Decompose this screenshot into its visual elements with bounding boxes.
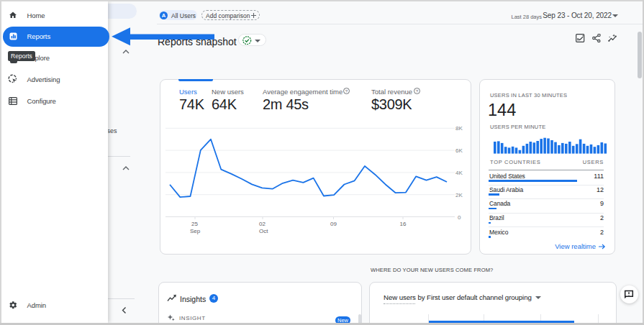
svg-text:4K: 4K	[455, 170, 463, 176]
svg-text:0: 0	[458, 214, 461, 221]
svg-text:8K: 8K	[455, 125, 463, 132]
svg-text:25: 25	[191, 221, 198, 227]
svg-text:Sep: Sep	[190, 228, 201, 234]
svg-text:Oct: Oct	[259, 228, 268, 234]
svg-text:2K: 2K	[455, 192, 463, 198]
svg-text:16: 16	[400, 221, 407, 227]
svg-text:?: ?	[416, 88, 419, 93]
svg-text:6K: 6K	[455, 147, 463, 154]
svg-text:02: 02	[259, 221, 266, 227]
svg-text:09: 09	[330, 221, 337, 227]
svg-text:?: ?	[345, 88, 348, 93]
